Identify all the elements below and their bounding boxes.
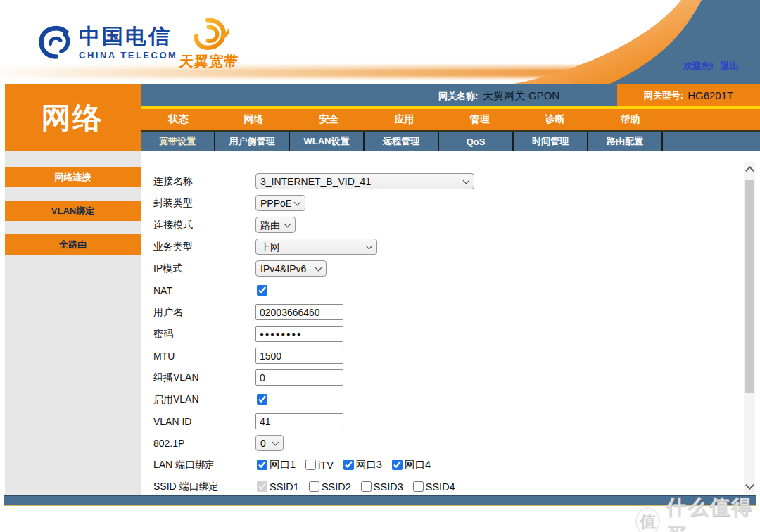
connection-name-label: 连接名称 <box>153 175 255 188</box>
china-telecom-en: CHINA TELECOM <box>79 51 177 60</box>
encap-type-select-wrap: PPPoE <box>255 195 305 211</box>
subnav-tab-2[interactable]: 用户侧管理 <box>215 132 290 151</box>
form-row-service-type: 业务类型上网 <box>141 236 756 258</box>
encap-type-select[interactable]: PPPoE <box>255 195 305 211</box>
form-row-mcast-vlan: 组播VLAN <box>141 367 756 388</box>
lan-port-binding-checkbox-网口1[interactable] <box>257 460 267 470</box>
connection-mode-select[interactable]: 路由 <box>255 217 296 233</box>
gateway-name-value: 天翼网关-GPON <box>483 89 559 103</box>
dot1p-label: 802.1P <box>153 438 255 449</box>
lan-port-binding-item-3: 网口3 <box>342 458 382 471</box>
nav-tab-6[interactable]: 诊断 <box>517 109 593 130</box>
scroll-down-icon[interactable] <box>745 481 754 490</box>
nat-checkbox[interactable] <box>257 285 267 296</box>
sub-nav: 宽带设置用户侧管理WLAN设置远程管理QoS时间管理路由配置 <box>141 130 760 151</box>
form-row-mtu: MTU <box>141 345 756 367</box>
sidebar-item-2[interactable]: VLAN绑定 <box>5 201 141 221</box>
smzdm-watermark: 值 什么值得买 <box>635 493 760 532</box>
dot1p-select[interactable]: 0 <box>255 435 284 451</box>
welcome-text: 欢迎您! <box>683 61 714 71</box>
connection-name-select[interactable]: 3_INTERNET_B_VID_41 <box>255 173 474 189</box>
gateway-model-panel: 网关型号: HG6201T <box>617 84 760 106</box>
vertical-scrollbar[interactable] <box>744 162 755 494</box>
nav-tab-3[interactable]: 安全 <box>291 109 367 130</box>
ssid-port-binding-item-1: SSID1 <box>255 481 299 493</box>
connection-mode-select-wrap: 路由 <box>255 217 296 233</box>
lan-port-binding-item-4: 网口4 <box>391 458 431 471</box>
gateway-model-label: 网关型号: <box>644 89 683 102</box>
ssid-port-binding-checkbox-SSID1 <box>257 481 267 492</box>
subnav-tab-7[interactable]: 路由配置 <box>588 132 663 151</box>
subnav-tab-4[interactable]: 远程管理 <box>365 132 439 151</box>
lan-port-binding-checkbox-iTV[interactable] <box>305 460 316 470</box>
vlan-id-field[interactable] <box>255 413 343 429</box>
smzdm-watermark-text: 什么值得买 <box>666 493 760 532</box>
lan-port-binding-item-2: iTV <box>304 460 334 471</box>
tianyi-broadband-logo: 天翼宽带 <box>179 17 239 71</box>
mcast-vlan-label: 组播VLAN <box>153 372 255 384</box>
service-type-select[interactable]: 上网 <box>255 239 377 255</box>
password-label: 密码 <box>153 328 255 341</box>
ssid-port-binding-label: SSID 端口绑定 <box>153 481 255 493</box>
gateway-name-label: 网关名称: <box>438 90 478 103</box>
ssid-port-binding-checkbox-SSID4[interactable] <box>413 481 424 492</box>
ssid-port-binding-item-2: SSID2 <box>308 481 351 493</box>
nav-tab-2[interactable]: 网络 <box>216 109 291 130</box>
username-label: 用户名 <box>153 306 255 319</box>
vlan-enable-label: 启用VLAN <box>153 393 255 406</box>
scrollbar-thumb[interactable] <box>745 180 754 393</box>
form-row-encap-type: 封装类型PPPoE <box>141 192 756 214</box>
service-type-select-wrap: 上网 <box>255 239 377 255</box>
form-row-connection-mode: 连接模式路由 <box>141 214 756 236</box>
smzdm-badge-icon: 值 <box>635 507 660 532</box>
connection-mode-label: 连接模式 <box>153 219 255 232</box>
subnav-filler <box>663 132 760 151</box>
section-title: 网络 <box>42 99 105 138</box>
nav-tab-4[interactable]: 应用 <box>367 109 442 130</box>
sidebar-menu: 网络连接VLAN绑定全路由 <box>5 151 141 495</box>
vlan-id-label: VLAN ID <box>153 416 255 427</box>
subnav-tab-6[interactable]: 时间管理 <box>514 132 588 151</box>
scroll-up-icon[interactable] <box>745 166 754 175</box>
mcast-vlan-field[interactable] <box>255 369 343 386</box>
subnav-tab-5[interactable]: QoS <box>439 132 514 151</box>
ip-mode-select[interactable]: IPv4&IPv6 <box>255 260 327 277</box>
password-field[interactable] <box>255 326 343 342</box>
username-field[interactable] <box>255 304 343 320</box>
dot1p-select-wrap: 0 <box>255 435 284 451</box>
nav-tab-7[interactable]: 帮助 <box>593 109 668 130</box>
mtu-field[interactable] <box>255 348 343 364</box>
form-row-username: 用户名 <box>141 301 756 323</box>
sidebar-item-3[interactable]: 全路由 <box>5 234 141 255</box>
form-row-vlan-id: VLAN ID <box>141 410 756 432</box>
connection-name-select-wrap: 3_INTERNET_B_VID_41 <box>255 173 474 189</box>
router-admin-page: 欢迎您!退出 中国电信 CHINA TELECOM <box>0 0 760 532</box>
nav-tab-5[interactable]: 管理 <box>442 109 517 130</box>
nav-filler <box>668 109 760 130</box>
nav-tab-1[interactable]: 状态 <box>141 109 216 130</box>
nat-label: NAT <box>153 285 255 296</box>
form-row-ip-mode: IP模式IPv4&IPv6 <box>141 258 756 279</box>
tianyi-swirl-icon <box>189 17 229 52</box>
ip-mode-select-wrap: IPv4&IPv6 <box>255 260 327 277</box>
welcome-area: 欢迎您!退出 <box>683 60 739 72</box>
subnav-tab-1[interactable]: 宽带设置 <box>141 132 215 151</box>
form-row-connection-name: 连接名称3_INTERNET_B_VID_41 <box>141 170 756 192</box>
china-telecom-logo: 中国电信 CHINA TELECOM <box>37 23 177 63</box>
ssid-port-binding-item-3: SSID3 <box>360 481 403 493</box>
lan-port-binding-checkbox-网口4[interactable] <box>392 460 403 470</box>
lan-port-binding-checkbox-网口3[interactable] <box>343 460 354 470</box>
sidebar-item-1[interactable]: 网络连接 <box>5 167 141 187</box>
form-row-password: 密码 <box>141 323 756 345</box>
section-header: 网络 <box>5 84 141 151</box>
vlan-enable-checkbox[interactable] <box>257 394 267 405</box>
ssid-port-binding-checkbox-SSID3[interactable] <box>361 481 372 492</box>
ssid-port-binding-checkbox-SSID2[interactable] <box>309 481 319 492</box>
ip-mode-label: IP模式 <box>153 262 255 275</box>
form-row-ssid-port-binding: SSID 端口绑定SSID1SSID2SSID3SSID4 <box>141 476 756 495</box>
subnav-tab-3[interactable]: WLAN设置 <box>290 132 365 151</box>
page-header: 欢迎您!退出 中国电信 CHINA TELECOM <box>0 0 760 84</box>
service-type-label: 业务类型 <box>153 241 255 253</box>
mtu-label: MTU <box>153 350 255 362</box>
logout-link[interactable]: 退出 <box>721 61 739 71</box>
